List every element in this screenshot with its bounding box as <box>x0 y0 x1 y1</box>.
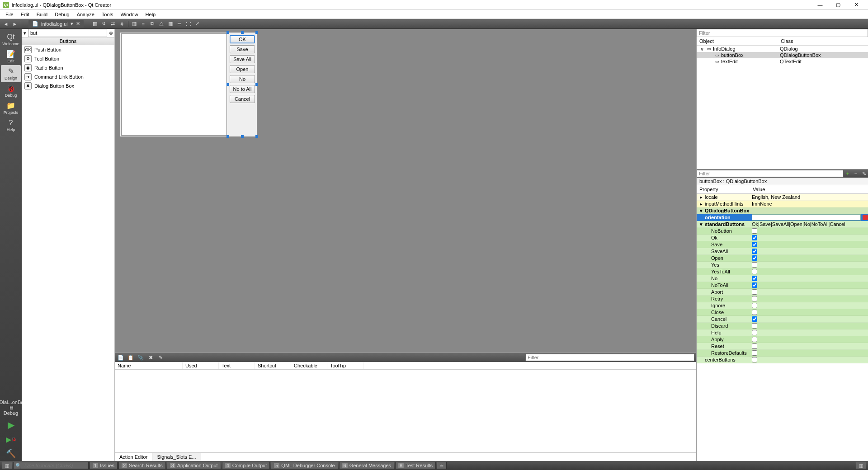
open-file-tab[interactable]: 📄 infodialog.ui ▾ ✕ <box>28 20 84 28</box>
prop-checkbox[interactable] <box>752 235 757 240</box>
output-pane-application-output[interactable]: 3Application Output <box>167 462 221 469</box>
forward-button[interactable]: ► <box>11 20 19 28</box>
prop-checkbox[interactable] <box>752 269 757 274</box>
prop-nobutton[interactable]: NoButton <box>697 228 868 235</box>
prop-col-value[interactable]: Value <box>750 185 768 193</box>
prop-reset[interactable]: Reset <box>697 343 868 350</box>
prop-arrow-icon[interactable]: ▸ <box>698 201 704 207</box>
action-col-text[interactable]: Text <box>219 362 255 369</box>
prop-ignore[interactable]: Ignore <box>697 302 868 309</box>
obj-row-infodialog[interactable]: v▭InfoDialogQDialog <box>697 46 868 52</box>
prop-arrow-icon[interactable]: ▾ <box>698 208 704 214</box>
mode-projects[interactable]: 📁Projects <box>1 99 21 117</box>
configure-property-icon[interactable]: ✎ <box>860 170 868 177</box>
mode-help[interactable]: ?Help <box>1 117 21 134</box>
action-tab-signals-slots-e-[interactable]: Signals_Slots E... <box>152 453 201 461</box>
obj-row-buttonbox[interactable]: ▭buttonBoxQDialogButtonBox <box>697 52 868 58</box>
prop-arrow-icon[interactable]: ▾ <box>698 221 704 227</box>
menu-help[interactable]: Help <box>142 11 160 18</box>
prop-checkbox[interactable] <box>752 255 757 261</box>
form-canvas[interactable]: OKSaveSave AllOpenNoNo to AllCancel <box>115 29 696 352</box>
prop-abort[interactable]: Abort <box>697 289 868 296</box>
menu-edit[interactable]: Edit <box>17 11 33 18</box>
build-button[interactable]: 🔨 <box>5 447 17 460</box>
remove-property-icon[interactable]: − <box>852 170 860 177</box>
edit-action-icon[interactable]: ✎ <box>156 354 165 361</box>
prop-checkbox[interactable] <box>752 276 757 281</box>
close-button[interactable]: ✕ <box>847 0 865 9</box>
run-button[interactable]: ▶ <box>5 418 17 431</box>
prop-locale[interactable]: ▸localeEnglish, New Zealand <box>697 194 868 201</box>
prop-centerbuttons[interactable]: centerButtons <box>697 357 868 363</box>
mode-welcome[interactable]: QtWelcome <box>1 31 21 48</box>
edit-widgets-icon[interactable]: ▦ <box>91 20 99 28</box>
prop-retry[interactable]: Retry <box>697 296 868 302</box>
prop-orientation[interactable]: orientationVertical▾ <box>697 214 868 221</box>
form-button-save-all[interactable]: Save All <box>230 55 255 63</box>
prop-no[interactable]: No <box>697 275 868 282</box>
form-button-no[interactable]: No <box>230 75 255 83</box>
break-layout-icon[interactable]: ⛶ <box>184 20 193 28</box>
action-col-shortcut[interactable]: Shortcut <box>255 362 291 369</box>
tab-dropdown-icon[interactable]: ▾ <box>71 21 73 27</box>
minimize-button[interactable]: — <box>811 0 829 9</box>
prop-checkbox[interactable] <box>752 330 757 335</box>
tab-close-icon[interactable]: ✕ <box>76 21 80 27</box>
form-button-no-to-all[interactable]: No to All <box>230 85 255 93</box>
locator[interactable]: 🔍 <box>13 462 89 469</box>
prop-checkbox[interactable] <box>752 262 757 268</box>
action-col-name[interactable]: Name <box>115 362 183 369</box>
prop-checkbox[interactable] <box>752 323 757 329</box>
reset-property-icon[interactable] <box>863 215 868 220</box>
output-pane-search-results[interactable]: 2Search Results <box>118 462 166 469</box>
prop-discard[interactable]: Discard <box>697 323 868 329</box>
paste-action-icon[interactable]: 📎 <box>137 354 145 361</box>
prop-ok[interactable]: Ok <box>697 235 868 241</box>
prop-checkbox[interactable] <box>752 310 757 315</box>
prop-checkbox[interactable] <box>752 303 757 308</box>
prop-checkbox[interactable] <box>752 242 757 247</box>
prop-yes[interactable]: Yes <box>697 262 868 268</box>
tree-arrow-icon[interactable]: v <box>699 46 705 52</box>
prop-cancel[interactable]: Cancel <box>697 316 868 323</box>
buttonbox-widget[interactable]: OKSaveSave AllOpenNoNo to AllCancel <box>228 33 257 136</box>
layout-vert-icon[interactable]: ≡ <box>139 20 147 28</box>
edit-tab-order-icon[interactable]: # <box>118 20 126 28</box>
objinsp-col-class[interactable]: Class <box>778 37 796 45</box>
layout-grid-icon[interactable]: ▦ <box>166 20 175 28</box>
prop-arrow-icon[interactable]: ▸ <box>698 194 704 200</box>
mode-design[interactable]: ✎Design <box>1 65 21 82</box>
maximize-button[interactable]: ▢ <box>829 0 847 9</box>
form-button-open[interactable]: Open <box>230 65 255 73</box>
obj-row-textedit[interactable]: ▭textEditQTextEdit <box>697 58 868 65</box>
add-property-icon[interactable]: + <box>844 170 852 177</box>
prop-checkbox[interactable] <box>752 282 757 288</box>
prop-col-property[interactable]: Property <box>697 185 750 193</box>
widget-tool-button[interactable]: ⚙Tool Button <box>22 54 114 63</box>
action-col-checkable[interactable]: Checkable <box>291 362 327 369</box>
menu-build[interactable]: Build <box>33 11 51 18</box>
menu-tools[interactable]: Tools <box>98 11 117 18</box>
form-button-ok[interactable]: OK <box>230 35 255 43</box>
prop-checkbox[interactable] <box>752 357 757 362</box>
widget-command-link-button[interactable]: ➜Command Link Button <box>22 72 114 81</box>
propedit-filter-input[interactable]: Filter <box>697 170 844 177</box>
output-dropdown-icon[interactable]: ≑ <box>437 462 447 469</box>
edit-signals-icon[interactable]: ↯ <box>100 20 108 28</box>
prop-open[interactable]: Open <box>697 255 868 262</box>
layout-horiz-icon[interactable]: ▥ <box>130 20 138 28</box>
layout-horiz-splitter-icon[interactable]: ⧉ <box>148 20 156 28</box>
textedit-widget[interactable] <box>121 33 227 136</box>
prop-apply[interactable]: Apply <box>697 336 868 343</box>
locator-input[interactable] <box>24 463 86 468</box>
menu-analyze[interactable]: Analyze <box>73 11 98 18</box>
toggle-sidebar-icon[interactable]: ▥ <box>2 462 12 469</box>
prop-checkbox[interactable] <box>752 316 757 322</box>
layout-form-icon[interactable]: ☰ <box>175 20 184 28</box>
new-action-icon[interactable]: 📄 <box>117 354 125 361</box>
toggle-right-sidebar-icon[interactable]: ▥ <box>856 462 866 469</box>
form-infodialog[interactable]: OKSaveSave AllOpenNoNo to AllCancel <box>120 33 257 136</box>
widget-dialog-button-box[interactable]: ✖Dialog Button Box <box>22 81 114 90</box>
output-pane-general-messages[interactable]: 6General Messages <box>339 462 394 469</box>
prop-saveall[interactable]: SaveAll <box>697 248 868 255</box>
